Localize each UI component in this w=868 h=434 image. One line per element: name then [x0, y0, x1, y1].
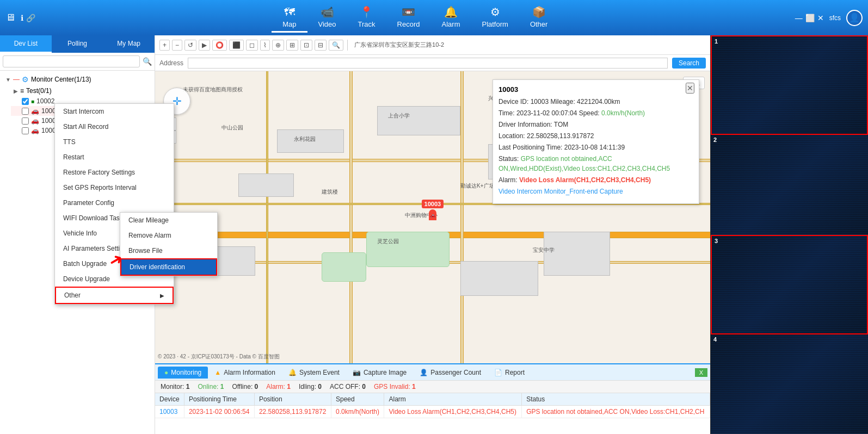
- video-number-1: 1: [715, 38, 718, 45]
- tab-alarm-label: Alarm Information: [224, 369, 275, 376]
- tab-dev-list[interactable]: Dev List: [0, 35, 52, 53]
- video-cell-3[interactable]: 3: [711, 235, 868, 334]
- address-input[interactable]: [188, 58, 668, 69]
- tab-report[interactable]: 📄 Report: [488, 367, 531, 379]
- tree-test-group[interactable]: ▶ ≡ Test(0/1): [11, 85, 152, 96]
- th-alarm: Alarm: [384, 393, 522, 406]
- popup-time-label: Time:: [498, 109, 516, 117]
- submenu-clear-mileage[interactable]: Clear Mileage: [120, 213, 217, 228]
- popup-status-row: Status: GPS location not obtained,ACC ON…: [498, 154, 693, 173]
- device-checkbox-10003[interactable]: [22, 108, 29, 115]
- td-alarm: Video Loss Alarm(CH1,CH2,CH3,CH4,CH5): [384, 406, 522, 418]
- rect-button[interactable]: ⬛: [229, 40, 244, 51]
- device-checkbox-10004[interactable]: [22, 117, 29, 125]
- popup-alarm-value: Video Loss Alarm(CH1,CH2,CH3,CH4,CH5): [519, 176, 651, 184]
- device-checkbox-10002[interactable]: [22, 98, 29, 105]
- menu-restart[interactable]: Restart: [55, 150, 174, 165]
- user-avatar[interactable]: 👤: [846, 10, 863, 26]
- video-cell-2[interactable]: 2: [711, 135, 868, 234]
- device-marker-10003[interactable]: 10003 🚗: [422, 200, 444, 220]
- menu-tts[interactable]: TTS: [55, 134, 174, 150]
- monitoring-dot: ●: [164, 369, 168, 376]
- map-label-school: 宝安中学: [533, 246, 555, 254]
- cross-button[interactable]: ⊕: [272, 40, 284, 51]
- popup-speed-label: Speed:: [579, 109, 601, 117]
- nav-item-other[interactable]: 📦 Other: [519, 3, 559, 33]
- map-label-plaza: 勤诚达K+广场: [460, 182, 495, 190]
- search-map-button[interactable]: 🔍: [329, 40, 343, 51]
- play-button[interactable]: ▶: [199, 40, 210, 51]
- td-status: GPS location not obtained,ACC ON,Video L…: [522, 406, 710, 418]
- minimize-button[interactable]: —: [795, 14, 803, 22]
- menu-restore-factory[interactable]: Restore Factory Settings: [55, 165, 174, 180]
- tab-system-event[interactable]: 🔔 System Event: [282, 367, 346, 379]
- close-button[interactable]: ✕: [817, 14, 824, 22]
- nav-item-platform[interactable]: ⚙ Platform: [471, 3, 519, 33]
- tab-alarm-info[interactable]: ▲ Alarm Information: [208, 367, 282, 379]
- search-input[interactable]: [3, 55, 140, 67]
- popup-alarm-extra-row: Video Intercom Monitor_Front-end Capture: [498, 187, 693, 196]
- tab-passenger-count[interactable]: 👤 Passenger Count: [413, 367, 488, 379]
- tab-system-label: System Event: [299, 369, 340, 376]
- road-v2: [460, 71, 464, 363]
- zoom-in-button[interactable]: +: [159, 40, 170, 51]
- rotate-button[interactable]: ↺: [184, 40, 196, 51]
- tab-capture-image[interactable]: 📷 Capture Image: [346, 367, 413, 379]
- grid-button[interactable]: ⊞: [286, 40, 298, 51]
- nav-item-video[interactable]: 📹 Video: [307, 3, 347, 33]
- circle-button[interactable]: ⭕: [212, 40, 227, 51]
- building-6: [238, 173, 294, 197]
- monitoring-table: Device Positioning Time Position Speed A…: [155, 393, 710, 434]
- submenu-driver-id[interactable]: Driver identification: [120, 258, 217, 276]
- th-speed: Speed: [331, 393, 384, 406]
- search-button[interactable]: 🔍: [143, 57, 152, 66]
- tab-monitoring[interactable]: ● Monitoring: [158, 367, 208, 379]
- maximize-button[interactable]: ⬜: [805, 14, 815, 22]
- map-background: 永利花园 上合小学 中山公园 兴东 建筑楼 灵芝公园 中洲购物中心 宝安中学 勤…: [155, 71, 710, 363]
- popup-location-row: Location: 22.580258,113.917872: [498, 131, 693, 141]
- top-navigation: 🖥 ℹ 🔗 🗺 Map 📹 Video 📍 Track 📼 Record 🔔 A…: [0, 0, 868, 35]
- map-container[interactable]: 永利花园 上合小学 中山公园 兴东 建筑楼 灵芝公园 中洲购物中心 宝安中学 勤…: [155, 71, 710, 363]
- nav-right: — ⬜ ✕ sfcs 👤: [795, 10, 863, 26]
- th-position: Position: [254, 393, 331, 406]
- video-cell-4[interactable]: 4: [711, 334, 868, 434]
- nav-label-alarm: Alarm: [442, 20, 460, 28]
- menu-other[interactable]: Other ▶: [55, 287, 174, 304]
- box-button[interactable]: ⊡: [300, 40, 312, 51]
- device-checkbox-10005[interactable]: [22, 127, 29, 134]
- submenu-browse-file[interactable]: Browse File: [120, 243, 217, 258]
- road-v1: [349, 71, 353, 363]
- popup-lastpos-row: Last Positioning Time: 2023-10-08 14:11:…: [498, 142, 693, 152]
- unbox-button[interactable]: ⊟: [315, 40, 327, 51]
- popup-mileage-value: 4221204.00km: [577, 98, 620, 106]
- menu-set-gps[interactable]: Set GPS Reports Interval: [55, 180, 174, 195]
- popup-status-value: GPS location not obtained,ACC ON,Wired,H…: [498, 155, 670, 172]
- menu-start-intercom[interactable]: Start Intercom: [55, 104, 174, 119]
- table-row: 10003 2023-11-02 00:06:54 22.580258,113.…: [155, 406, 710, 418]
- popup-location-label: Location:: [498, 132, 527, 140]
- zoom-out-button[interactable]: −: [172, 40, 182, 51]
- td-device[interactable]: 10003: [155, 406, 184, 418]
- search-address-button[interactable]: Search: [672, 58, 706, 69]
- excel-export-button[interactable]: X: [695, 368, 707, 377]
- td-positioning-time: 2023-11-02 00:06:54: [184, 406, 254, 418]
- other-arrow: ▶: [160, 293, 164, 299]
- submenu-remove-alarm[interactable]: Remove Alarm: [120, 228, 217, 243]
- nav-item-alarm[interactable]: 🔔 Alarm: [431, 3, 471, 33]
- draw-button[interactable]: ◻: [246, 40, 258, 51]
- tab-my-map[interactable]: My Map: [103, 35, 155, 53]
- sidebar-tabs: Dev List Polling My Map: [0, 35, 155, 53]
- info-popup-close[interactable]: ✕: [686, 83, 694, 94]
- menu-start-all-record[interactable]: Start All Record: [55, 119, 174, 134]
- tab-polling[interactable]: Polling: [52, 35, 103, 53]
- nav-item-record[interactable]: 📼 Record: [386, 3, 431, 33]
- nav-label-map: Map: [282, 20, 296, 28]
- video-cell-1[interactable]: 1: [711, 35, 868, 135]
- line-button[interactable]: ⌇: [260, 40, 270, 51]
- nav-item-track[interactable]: 📍 Track: [347, 3, 386, 33]
- popup-time-row: Time: 2023-11-02 00:07:04 Speed: 0.0km/h…: [498, 108, 693, 118]
- tree-root[interactable]: ▼ — ⚙ Monitor Center(1/13): [3, 73, 152, 85]
- popup-alarm-row: Alarm: Video Loss Alarm(CH1,CH2,CH3,CH4,…: [498, 175, 693, 185]
- nav-item-map[interactable]: 🗺 Map: [272, 3, 307, 33]
- menu-param-config[interactable]: Parameter Config: [55, 195, 174, 210]
